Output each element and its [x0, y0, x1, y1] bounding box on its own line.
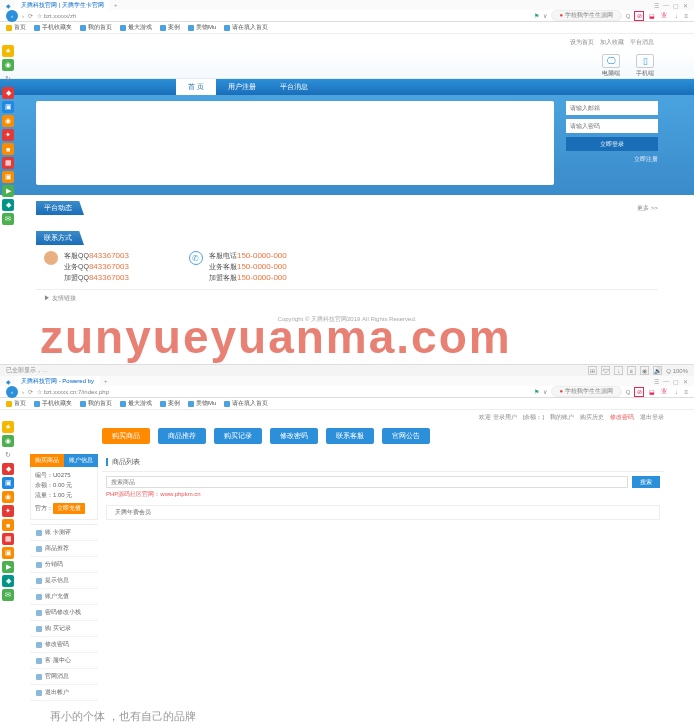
tab-buy[interactable]: 购买商品 [102, 428, 150, 444]
flag-icon-2[interactable]: ⚑ [534, 388, 539, 395]
bookmark-links[interactable]: 案例 [160, 23, 180, 32]
bookmark-games-2[interactable]: 最大游戏 [120, 399, 152, 408]
login-button[interactable]: 立即登录 [566, 137, 658, 151]
bookmark-fav-2[interactable]: 手机收藏夹 [34, 399, 72, 408]
ext-2-icon[interactable]: ⬓ [648, 12, 656, 20]
set-home-link[interactable]: 设为首页 [570, 38, 594, 47]
ext-download-icon[interactable]: ↓ [672, 12, 680, 20]
ext-3-icon[interactable]: 业 [660, 12, 668, 20]
pwd-link[interactable]: 修改密码 [610, 413, 634, 422]
login-password-input[interactable] [566, 119, 658, 133]
login-account-input[interactable] [566, 101, 658, 115]
friend-links[interactable]: ▶ 友情链接 [36, 290, 658, 307]
tab-service[interactable]: 联系客服 [326, 428, 374, 444]
ext-2-icon-2[interactable]: ⬓ [648, 388, 656, 396]
forward-icon[interactable]: › [22, 13, 24, 19]
dock-9-icon[interactable]: ◆ [2, 199, 14, 211]
search-button[interactable]: 搜索 [632, 476, 660, 488]
bookmark-mysite[interactable]: 我的首页 [80, 23, 112, 32]
tab-add-icon[interactable]: + [114, 2, 118, 8]
dock-b8-icon[interactable]: ▶ [2, 561, 14, 573]
ext-block-icon[interactable]: ⊘ [634, 11, 644, 21]
bookmark-meiwu[interactable]: 美物Mu [188, 23, 216, 32]
dock-6-icon[interactable]: ▦ [2, 157, 14, 169]
ext-3-icon-2[interactable]: 业 [660, 388, 668, 396]
tab-history[interactable]: 购买记录 [214, 428, 262, 444]
bookmark-games[interactable]: 最大游戏 [120, 23, 152, 32]
close-icon-2[interactable]: ✕ [683, 378, 688, 385]
dock-b1-icon[interactable]: ◆ [2, 463, 14, 475]
dock-b2-icon[interactable]: ▣ [2, 477, 14, 489]
dock-b6-icon[interactable]: ▦ [2, 533, 14, 545]
msg-link[interactable]: 平台消息 [630, 38, 654, 47]
bookmark-links-2[interactable]: 案例 [160, 399, 180, 408]
reload-icon-2[interactable]: ⟳ [28, 388, 33, 395]
status-ic-6[interactable]: 🔊 [653, 366, 662, 375]
browser-search-2[interactable]: ● 学校我学生生源网 [551, 386, 622, 397]
menu-item-1[interactable]: 商品推荐 [30, 541, 98, 557]
dock-b4-icon[interactable]: ✦ [2, 505, 14, 517]
menu-item-0[interactable]: 账 卡测评 [30, 525, 98, 541]
maximize-icon-2[interactable]: ▢ [673, 378, 679, 385]
dock-8-icon[interactable]: ▶ [2, 185, 14, 197]
tab-announce[interactable]: 官网公告 [382, 428, 430, 444]
reload-icon[interactable]: ⟳ [28, 12, 33, 19]
flag-icon[interactable]: ⚑ [534, 12, 539, 19]
url-input[interactable]: ☆ bzt.xxxxx/zh [37, 12, 76, 19]
side-tab-info[interactable]: 账户信息 [64, 454, 98, 467]
dock-star-icon[interactable]: ★ [2, 45, 14, 57]
menu-item-6[interactable]: 购 买记录 [30, 621, 98, 637]
status-ic-5[interactable]: ◉ [640, 366, 649, 375]
side-tab-buy[interactable]: 购买商品 [30, 454, 64, 467]
dock-b9-icon[interactable]: ◆ [2, 575, 14, 587]
menu-item-2[interactable]: 分销码 [30, 557, 98, 573]
bookmark-home[interactable]: 首页 [6, 23, 26, 32]
logout-link[interactable]: 退出登录 [640, 413, 664, 422]
menu-item-8[interactable]: 客 服中心 [30, 653, 98, 669]
menu-item-7[interactable]: 修改密码 [30, 637, 98, 653]
url-input-2[interactable]: ☆ bzt.xxxxx.cn:7/index.php [37, 388, 109, 395]
bookmark-help-2[interactable]: 请在填入首页 [224, 399, 268, 408]
forward-icon-2[interactable]: › [22, 389, 24, 395]
status-ic-2[interactable]: 🛡 [601, 366, 610, 375]
menu-icon[interactable]: ☰ [654, 2, 659, 9]
dock-2-icon[interactable]: ▣ [2, 101, 14, 113]
menu-item-5[interactable]: 密码修改小栈 [30, 605, 98, 621]
product-row-1[interactable]: 天腾年费会员 [106, 505, 660, 520]
menu-item-3[interactable]: 提示信息 [30, 573, 98, 589]
device-mobile[interactable]: ▯ 手机端 [636, 54, 654, 78]
status-ic-4[interactable]: ᴇ [627, 366, 636, 375]
nav-user[interactable]: 用户注册 [216, 79, 268, 95]
menu-item-9[interactable]: 官网消息 [30, 669, 98, 685]
menu-item-4[interactable]: 账户充值 [30, 589, 98, 605]
nav-notice[interactable]: 平台消息 [268, 79, 320, 95]
dock-5-icon[interactable]: ■ [2, 143, 14, 155]
buy-link[interactable]: 购买历史 [580, 413, 604, 422]
bookmark-fav[interactable]: 手机收藏夹 [34, 23, 72, 32]
device-pc[interactable]: 🖵 电脑端 [602, 54, 620, 78]
maximize-icon[interactable]: ▢ [673, 2, 679, 9]
register-link[interactable]: 立即注册 [566, 155, 658, 164]
dock-wechat-icon-2[interactable]: ◉ [2, 435, 14, 447]
tab-add-icon-2[interactable]: + [104, 378, 108, 384]
back-icon[interactable]: ‹ [6, 10, 18, 22]
search-go-icon-2[interactable]: Q [626, 389, 631, 395]
bookmark-help[interactable]: 请在填入首页 [224, 23, 268, 32]
dock-b5-icon[interactable]: ■ [2, 519, 14, 531]
add-fav-link[interactable]: 加入收藏 [600, 38, 624, 47]
bookmark-mysite-2[interactable]: 我的首页 [80, 399, 112, 408]
dock-wechat-icon[interactable]: ◉ [2, 59, 14, 71]
tab-recommend[interactable]: 商品推荐 [158, 428, 206, 444]
search-go-icon[interactable]: Q [626, 13, 631, 19]
dock-b3-icon[interactable]: ◉ [2, 491, 14, 503]
tab-pwd[interactable]: 修改密码 [270, 428, 318, 444]
news-more-link[interactable]: 更多 >> [637, 204, 658, 213]
dock-history-icon[interactable]: ↻ [2, 73, 14, 85]
ext-more-icon-2[interactable]: ≡ [684, 389, 688, 395]
recharge-button[interactable]: 立即充值 [53, 503, 85, 514]
status-ic-3[interactable]: ↓ [614, 366, 623, 375]
menu-item-10[interactable]: 退出帐户 [30, 685, 98, 701]
back-icon-2[interactable]: ‹ [6, 386, 18, 398]
menu-icon-2[interactable]: ☰ [654, 378, 659, 385]
hero-carousel[interactable] [36, 101, 554, 185]
